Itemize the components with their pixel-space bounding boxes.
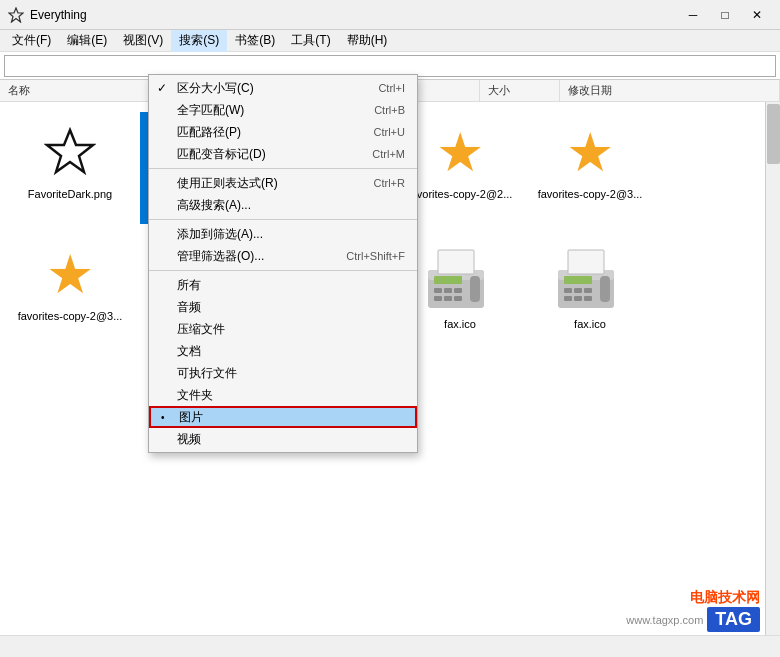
dd-folder[interactable]: 文件夹 (149, 384, 417, 406)
svg-rect-4 (438, 250, 474, 274)
menu-tools[interactable]: 工具(T) (283, 30, 338, 52)
file-label: favorites-copy-2@2... (408, 188, 513, 200)
file-label: fax.ico (574, 318, 606, 330)
dd-path[interactable]: 匹配路径(P) Ctrl+U (149, 121, 417, 143)
watermark-tag: TAG (707, 607, 760, 632)
file-item-fav-3x-2[interactable]: ★ favorites-copy-2@3... (10, 234, 130, 338)
shortcut-label: Ctrl+U (374, 126, 405, 138)
menu-edit[interactable]: 编辑(E) (59, 30, 115, 52)
fav-dark-icon (38, 120, 102, 184)
svg-rect-8 (454, 288, 462, 293)
dd-document[interactable]: 文档 (149, 340, 417, 362)
svg-marker-0 (9, 8, 23, 22)
dd-all[interactable]: 所有 (149, 274, 417, 296)
svg-rect-15 (568, 250, 604, 274)
separator (149, 219, 417, 220)
watermark-site-text: 电脑技术网 (690, 589, 760, 607)
svg-rect-20 (564, 296, 572, 301)
shortcut-label: Ctrl+I (378, 82, 405, 94)
dd-executable[interactable]: 可执行文件 (149, 362, 417, 384)
shortcut-label: Ctrl+Shift+F (346, 250, 405, 262)
svg-rect-11 (454, 296, 462, 301)
dd-picture[interactable]: • 图片 (149, 406, 417, 428)
menu-view[interactable]: 视图(V) (115, 30, 171, 52)
dd-advanced[interactable]: 高级搜索(A)... (149, 194, 417, 216)
svg-rect-17 (564, 288, 572, 293)
title-left: Everything (8, 7, 87, 23)
app-icon (8, 7, 24, 23)
file-label: favorites-copy-2@3... (538, 188, 643, 200)
check-icon: ✓ (157, 81, 167, 95)
shortcut-label: Ctrl+B (374, 104, 405, 116)
svg-rect-7 (444, 288, 452, 293)
file-label: FavoriteDark.png (28, 188, 112, 200)
svg-rect-9 (434, 296, 442, 301)
window-controls: ─ □ ✕ (678, 5, 772, 25)
watermark: 电脑技术网 www.tagxp.com TAG (626, 589, 760, 632)
scrollbar[interactable] (765, 102, 780, 635)
shortcut-label: Ctrl+M (372, 148, 405, 160)
star-orange-3x1-icon: ★ (558, 120, 622, 184)
file-item-fax-2[interactable]: fax.ico (530, 234, 650, 338)
dd-audio[interactable]: 音频 (149, 296, 417, 318)
dd-addfilter[interactable]: 添加到筛选(A)... (149, 223, 417, 245)
app-title: Everything (30, 8, 87, 22)
menu-bar: 文件(F) 编辑(E) 视图(V) 搜索(S) 书签(B) 工具(T) 帮助(H… (0, 30, 780, 52)
menu-help[interactable]: 帮助(H) (339, 30, 396, 52)
file-item-fav-3x-1[interactable]: ★ favorites-copy-2@3... (530, 112, 650, 224)
svg-rect-5 (434, 276, 462, 284)
col-date[interactable]: 修改日期 (560, 80, 780, 101)
separator (149, 168, 417, 169)
file-label: favorites-copy-2@3... (18, 310, 123, 322)
separator (149, 270, 417, 271)
star-orange-2x-icon: ★ (428, 120, 492, 184)
menu-search[interactable]: 搜索(S) (171, 30, 227, 52)
dd-video[interactable]: 视频 (149, 428, 417, 450)
svg-rect-18 (574, 288, 582, 293)
dd-diacritic[interactable]: 匹配变音标记(D) Ctrl+M (149, 143, 417, 165)
svg-rect-10 (444, 296, 452, 301)
dd-managefilter[interactable]: 管理筛选器(O)... Ctrl+Shift+F (149, 245, 417, 267)
dd-word[interactable]: 全字匹配(W) Ctrl+B (149, 99, 417, 121)
bullet-icon: • (161, 412, 165, 423)
svg-rect-6 (434, 288, 442, 293)
svg-marker-1 (47, 130, 93, 172)
svg-rect-22 (584, 296, 592, 301)
status-bar (0, 635, 780, 657)
file-item-fav-dark[interactable]: FavoriteDark.png (10, 112, 130, 224)
scrollbar-thumb[interactable] (767, 104, 780, 164)
svg-rect-23 (600, 276, 610, 302)
dd-regex[interactable]: 使用正则表达式(R) Ctrl+R (149, 172, 417, 194)
file-item-fav-2x[interactable]: ★ favorites-copy-2@2... (400, 112, 520, 224)
svg-rect-21 (574, 296, 582, 301)
file-item-fax-1[interactable]: fax.ico (400, 234, 520, 338)
star-orange-3x2-icon: ★ (38, 242, 102, 306)
close-button[interactable]: ✕ (742, 5, 772, 25)
dd-case[interactable]: ✓ 区分大小写(C) Ctrl+I (149, 77, 417, 99)
menu-file[interactable]: 文件(F) (4, 30, 59, 52)
file-label: fax.ico (444, 318, 476, 330)
search-dropdown-menu: ✓ 区分大小写(C) Ctrl+I 全字匹配(W) Ctrl+B 匹配路径(P)… (148, 74, 418, 453)
fax-icon-1 (424, 242, 496, 314)
menu-bookmark[interactable]: 书签(B) (227, 30, 283, 52)
title-bar: Everything ─ □ ✕ (0, 0, 780, 30)
maximize-button[interactable]: □ (710, 5, 740, 25)
minimize-button[interactable]: ─ (678, 5, 708, 25)
svg-rect-16 (564, 276, 592, 284)
col-size[interactable]: 大小 (480, 80, 560, 101)
svg-rect-12 (470, 276, 480, 302)
dd-compressed[interactable]: 压缩文件 (149, 318, 417, 340)
watermark-url: www.tagxp.com (626, 614, 703, 626)
shortcut-label: Ctrl+R (374, 177, 405, 189)
svg-rect-19 (584, 288, 592, 293)
fax-icon-2 (554, 242, 626, 314)
